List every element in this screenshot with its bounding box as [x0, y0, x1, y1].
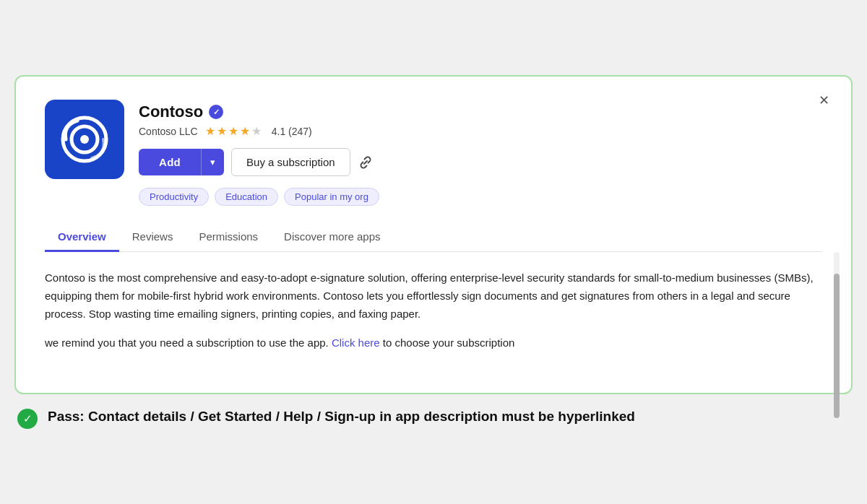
pass-banner: ✓ Pass: Contact details / Get Started / … — [14, 407, 853, 429]
app-title-row: Contoso ✓ — [139, 103, 379, 121]
tabs-nav: Overview Reviews Permissions Discover mo… — [45, 223, 822, 252]
pass-check-icon: ✓ — [17, 409, 38, 429]
tag-productivity[interactable]: Productivity — [139, 188, 209, 206]
close-button[interactable]: ✕ — [814, 91, 834, 110]
tab-discover[interactable]: Discover more apps — [271, 223, 393, 252]
tab-permissions[interactable]: Permissions — [186, 223, 271, 252]
overview-paragraph-2: we remind you that you need a subscripti… — [45, 334, 822, 352]
link-icon-button[interactable] — [358, 155, 374, 170]
tabs-section: Overview Reviews Permissions Discover mo… — [45, 223, 822, 370]
pass-text: Pass: Contact details / Get Started / He… — [48, 407, 635, 427]
scrollbar-thumb[interactable] — [834, 274, 840, 418]
star-5: ★ — [251, 124, 262, 138]
action-row: Add ▾ Buy a subscription — [139, 148, 379, 176]
add-button-group: Add ▾ — [139, 149, 224, 175]
add-button[interactable]: Add — [139, 149, 201, 175]
outer-wrapper: ✕ Contoso ✓ Contoso LL — [14, 75, 853, 429]
star-4: ★ — [240, 124, 250, 138]
app-card: ✕ Contoso ✓ Contoso LL — [14, 75, 853, 394]
scrollbar-area: Contoso is the most comprehensive and ea… — [45, 252, 822, 370]
click-here-link[interactable]: Click here — [332, 336, 380, 349]
star-3: ★ — [228, 124, 238, 138]
add-dropdown-button[interactable]: ▾ — [201, 149, 224, 175]
app-header: Contoso ✓ Contoso LLC ★ ★ ★ ★ ★ 4.1 (247… — [45, 100, 822, 206]
rating-text: 4.1 (247) — [272, 126, 312, 137]
svg-point-2 — [80, 135, 89, 144]
app-icon — [45, 100, 124, 179]
app-info: Contoso ✓ Contoso LLC ★ ★ ★ ★ ★ 4.1 (247… — [139, 100, 379, 206]
buy-subscription-button[interactable]: Buy a subscription — [231, 148, 350, 176]
tab-content-overview: Contoso is the most comprehensive and ea… — [45, 252, 822, 370]
tags-row: Productivity Education Popular in my org — [139, 188, 379, 206]
stars-container: ★ ★ ★ ★ ★ — [205, 124, 262, 138]
overview-paragraph-2-after: to choose your subscription — [380, 336, 515, 349]
scrollbar-track[interactable] — [834, 252, 840, 370]
star-2: ★ — [217, 124, 227, 138]
tag-education[interactable]: Education — [215, 188, 278, 206]
tag-popular[interactable]: Popular in my org — [284, 188, 379, 206]
overview-paragraph-1: Contoso is the most comprehensive and ea… — [45, 269, 822, 323]
tab-overview[interactable]: Overview — [45, 223, 119, 252]
publisher-name: Contoso LLC — [139, 126, 198, 137]
app-name: Contoso — [139, 103, 203, 121]
app-publisher-row: Contoso LLC ★ ★ ★ ★ ★ 4.1 (247) — [139, 124, 379, 138]
star-1: ★ — [205, 124, 215, 138]
tab-reviews[interactable]: Reviews — [119, 223, 186, 252]
verified-icon: ✓ — [209, 105, 223, 119]
overview-paragraph-2-before: we remind you that you need a subscripti… — [45, 336, 332, 349]
